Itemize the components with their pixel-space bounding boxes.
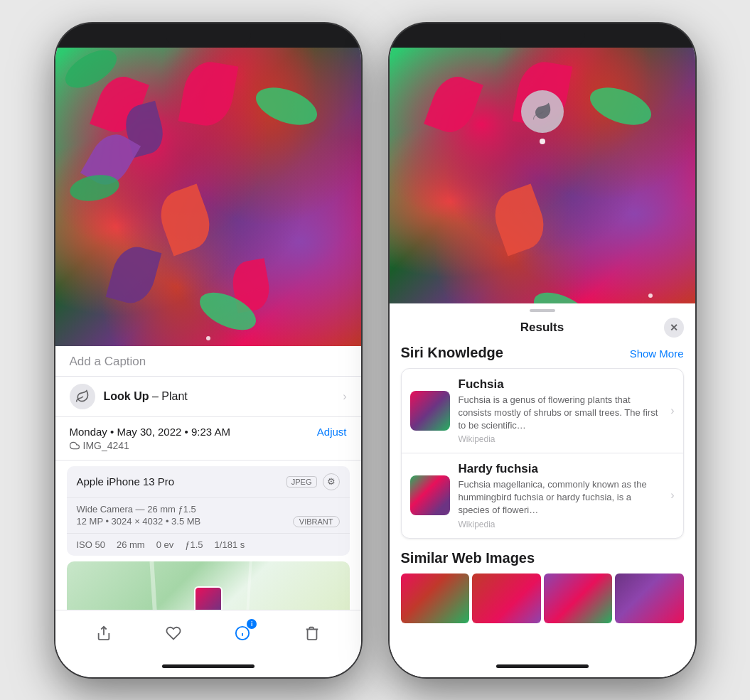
caption-area[interactable]: Add a Caption — [55, 346, 361, 377]
fuchsia-thumb-img — [410, 391, 450, 431]
fuchsia-desc: Fuchsia is a genus of flowering plants t… — [459, 394, 663, 433]
similar-img-2[interactable] — [472, 574, 541, 623]
home-bar-right — [496, 664, 589, 668]
similar-section: Similar Web Images — [401, 550, 684, 623]
lookup-icon-circle — [70, 384, 95, 409]
show-more-button[interactable]: Show More — [630, 348, 684, 360]
similar-grid — [401, 574, 684, 623]
siri-knowledge-header: Siri Knowledge Show More — [401, 345, 684, 361]
map-thumbnail — [194, 586, 223, 610]
gear-icon[interactable]: ⚙ — [323, 473, 340, 490]
share-button[interactable] — [88, 618, 119, 649]
vibrant-badge: VIBRANT — [293, 516, 340, 527]
exif-iso: ISO 50 — [77, 539, 105, 550]
results-scroll[interactable]: Siri Knowledge Show More Fuchsia Fuchsia… — [390, 345, 695, 656]
lookup-row[interactable]: Look Up – Plant › — [55, 377, 361, 417]
hardy-name: Hardy fuchsia — [459, 462, 663, 476]
siri-circle[interactable] — [521, 90, 564, 133]
exif-row: ISO 50 26 mm 0 ev ƒ1.5 1/181 s — [67, 534, 350, 556]
fuchsia-item[interactable]: Fuchsia Fuchsia is a genus of flowering … — [402, 369, 683, 453]
lookup-chevron: › — [343, 390, 346, 403]
date-text: Monday • May 30, 2022 • 9:23 AM — [70, 426, 230, 438]
info-section: Add a Caption Look Up – Plant › — [55, 346, 361, 610]
home-indicator-left — [55, 656, 361, 677]
results-sheet: Results ✕ Siri Knowledge Show More — [390, 303, 695, 677]
hardy-source: Wikipedia — [459, 519, 663, 529]
close-button[interactable]: ✕ — [664, 318, 684, 338]
siri-knowledge-title: Siri Knowledge — [401, 345, 503, 361]
fuchsia-thumb — [410, 391, 450, 431]
device-badges: JPEG ⚙ — [286, 473, 340, 490]
fuchsia-chevron: › — [670, 404, 674, 417]
info-button[interactable]: i — [227, 618, 258, 649]
hardy-thumb — [410, 475, 450, 515]
share-icon — [96, 625, 112, 641]
home-bar-left — [162, 664, 255, 668]
lookup-text: Look Up – Plant — [104, 390, 335, 403]
info-badge: i — [247, 619, 257, 629]
exif-shutter: 1/181 s — [215, 539, 245, 550]
siri-leaf-icon — [532, 101, 553, 122]
similar-img-4[interactable] — [615, 574, 684, 623]
device-row: Apple iPhone 13 Pro JPEG ⚙ — [67, 466, 350, 498]
photo-indicator-right — [648, 294, 653, 298]
map-preview[interactable] — [67, 561, 350, 610]
similar-img-1[interactable] — [401, 574, 470, 623]
notch-right — [500, 23, 585, 48]
caption-placeholder: Add a Caption — [70, 355, 146, 368]
photo-right[interactable] — [390, 48, 695, 303]
camera-line1: Wide Camera — 26 mm ƒ1.5 — [77, 504, 340, 515]
hardy-chevron: › — [670, 489, 674, 502]
hardy-fuchsia-item[interactable]: Hardy fuchsia Fuchsia magellanica, commo… — [402, 453, 683, 538]
exif-ev: 0 ev — [156, 539, 174, 550]
camera-details: Wide Camera — 26 mm ƒ1.5 12 MP • 3024 × … — [67, 498, 350, 534]
delete-button[interactable] — [296, 618, 328, 649]
svg-line-3 — [236, 561, 250, 610]
hardy-text: Hardy fuchsia Fuchsia magellanica, commo… — [459, 462, 663, 529]
notch-left — [166, 23, 251, 48]
filename-row: IMG_4241 — [70, 440, 230, 451]
left-phone: Add a Caption Look Up – Plant › — [55, 23, 361, 677]
siri-dot — [540, 139, 545, 144]
right-screen: Results ✕ Siri Knowledge Show More — [390, 48, 695, 677]
similar-img-3[interactable] — [544, 574, 613, 623]
exif-mm: 26 mm — [117, 539, 145, 550]
right-phone: Results ✕ Siri Knowledge Show More — [390, 23, 695, 677]
photo-indicator — [206, 336, 210, 340]
fuchsia-text: Fuchsia Fuchsia is a genus of flowering … — [459, 377, 663, 445]
hardy-desc: Fuchsia magellanica, commonly known as t… — [459, 478, 663, 517]
exif-f: ƒ1.5 — [185, 539, 203, 550]
date-section: Monday • May 30, 2022 • 9:23 AM IMG_4241… — [55, 417, 361, 461]
results-title: Results — [421, 321, 664, 335]
flower-image-left — [55, 48, 361, 346]
camera-line2: 12 MP • 3024 × 4032 • 3.5 MB VIBRANT — [77, 516, 340, 527]
phones-container: Add a Caption Look Up – Plant › — [55, 23, 695, 677]
similar-title: Similar Web Images — [401, 550, 684, 566]
flower-image-right — [390, 48, 695, 303]
photo-left[interactable] — [55, 48, 361, 346]
jpeg-badge: JPEG — [286, 476, 317, 488]
left-screen: Add a Caption Look Up – Plant › — [55, 48, 361, 677]
sheet-handle — [530, 309, 555, 312]
trash-icon — [304, 625, 320, 641]
device-section: Apple iPhone 13 Pro JPEG ⚙ Wide Camera —… — [67, 466, 350, 556]
hardy-thumb-img — [410, 475, 450, 515]
heart-icon — [166, 625, 181, 641]
fuchsia-source: Wikipedia — [459, 434, 663, 444]
heart-button[interactable] — [158, 618, 189, 649]
toolbar: i — [55, 610, 361, 656]
leaf-icon — [75, 389, 90, 404]
filename: IMG_4241 — [83, 440, 129, 451]
svg-line-2 — [151, 561, 166, 610]
camera-specs: 12 MP • 3024 × 4032 • 3.5 MB — [77, 516, 201, 527]
adjust-button[interactable]: Adjust — [317, 426, 347, 438]
device-name: Apple iPhone 13 Pro — [77, 475, 175, 488]
knowledge-card: Fuchsia Fuchsia is a genus of flowering … — [401, 368, 684, 539]
results-header: Results ✕ — [390, 315, 695, 345]
home-indicator-right — [390, 656, 695, 677]
cloud-icon — [70, 441, 80, 451]
fuchsia-name: Fuchsia — [459, 377, 663, 392]
sheet-handle-area — [390, 303, 695, 315]
